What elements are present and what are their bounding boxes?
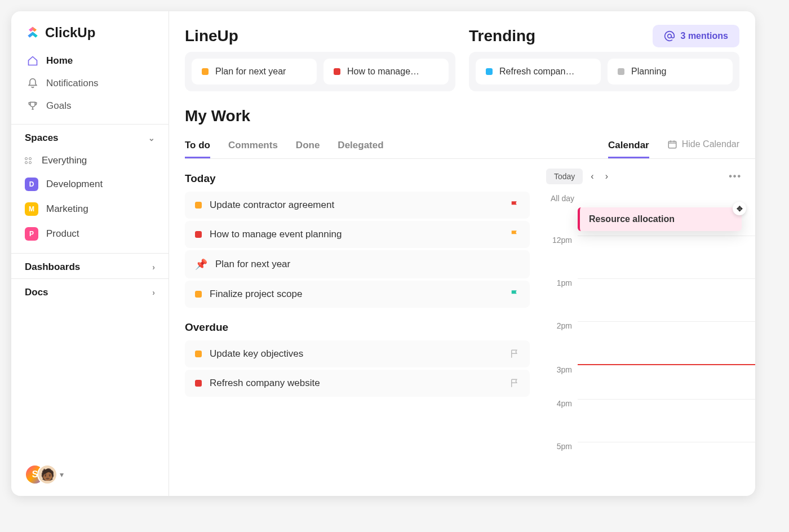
- card-label: Refresh compan…: [499, 66, 574, 77]
- dashboards-header[interactable]: Dashboards ›: [11, 253, 169, 278]
- tab-delegated[interactable]: Delegated: [338, 134, 383, 158]
- trending-heading: Trending: [469, 27, 644, 45]
- mentions-label: 3 mentions: [681, 31, 728, 41]
- user-menu[interactable]: S 🧑🏾 ▾: [11, 453, 169, 496]
- status-dot: [195, 202, 202, 209]
- task-row[interactable]: Refresh company website: [185, 370, 530, 397]
- task-row[interactable]: 📌 Plan for next year: [185, 250, 530, 278]
- home-icon: [27, 55, 38, 66]
- work-area: Today Update contractor agreement How to…: [185, 159, 755, 496]
- tab-todo[interactable]: To do: [185, 134, 210, 158]
- caret-down-icon: ▾: [60, 470, 64, 479]
- nav-notifications[interactable]: Notifications: [20, 72, 159, 95]
- lineup-card[interactable]: How to manage…: [323, 59, 449, 85]
- calendar-icon: [667, 139, 677, 149]
- chevron-down-icon: ⌄: [148, 134, 155, 143]
- time-row[interactable]: 2pm: [546, 321, 755, 364]
- calendar-column: Today ‹ › ••• All day Resource allocatio…: [541, 159, 755, 496]
- time-slot[interactable]: [578, 321, 755, 364]
- trending-card[interactable]: Refresh compan…: [476, 59, 601, 85]
- space-everything[interactable]: Everything: [11, 149, 169, 172]
- space-badge: D: [25, 178, 38, 191]
- space-marketing[interactable]: M Marketing: [11, 197, 169, 221]
- task-row[interactable]: How to manage event planning: [185, 221, 530, 248]
- calendar-menu-button[interactable]: •••: [729, 171, 742, 181]
- flag-icon[interactable]: [509, 289, 520, 299]
- time-label: 4pm: [546, 399, 578, 408]
- nav-home[interactable]: Home: [20, 50, 159, 72]
- space-badge: M: [25, 202, 38, 216]
- calendar-event[interactable]: Resource allocation ✥: [578, 207, 742, 231]
- hide-calendar-button[interactable]: Hide Calendar: [667, 139, 739, 154]
- spaces-header[interactable]: Spaces ⌄: [11, 124, 169, 149]
- nav-notifications-label: Notifications: [46, 78, 99, 89]
- flag-icon[interactable]: [509, 378, 520, 388]
- clickup-logo-icon: [25, 25, 41, 41]
- svg-rect-1: [668, 141, 676, 148]
- docs-header[interactable]: Docs ›: [11, 278, 169, 304]
- pin-icon: 📌: [195, 258, 207, 271]
- time-slot[interactable]: [578, 442, 755, 485]
- time-slot[interactable]: [578, 278, 755, 321]
- prev-button[interactable]: ‹: [587, 168, 597, 185]
- spaces-header-label: Spaces: [25, 132, 59, 144]
- top-widgets: LineUp Plan for next year How to manage……: [185, 27, 755, 91]
- today-button[interactable]: Today: [546, 169, 583, 184]
- lineup-cards: Plan for next year How to manage…: [185, 52, 455, 91]
- task-label: Update contractor agreement: [210, 200, 334, 211]
- mywork-heading: My Work: [185, 107, 755, 125]
- space-label: Product: [46, 228, 79, 240]
- svg-point-0: [667, 34, 671, 38]
- time-slot[interactable]: [578, 365, 755, 399]
- today-tasks: Update contractor agreement How to manag…: [185, 192, 530, 308]
- time-slot[interactable]: [578, 236, 755, 278]
- time-row[interactable]: 5pm: [546, 442, 755, 485]
- status-dot: [195, 291, 202, 298]
- lineup-widget: LineUp Plan for next year How to manage…: [185, 27, 455, 91]
- space-development[interactable]: D Development: [11, 172, 169, 197]
- lineup-card[interactable]: Plan for next year: [192, 59, 317, 85]
- task-row[interactable]: Finalize project scope: [185, 281, 530, 308]
- time-label: 1pm: [546, 278, 578, 287]
- tasks-column: Today Update contractor agreement How to…: [185, 159, 541, 496]
- flag-icon[interactable]: [509, 200, 520, 210]
- tab-done[interactable]: Done: [296, 134, 320, 158]
- tab-calendar[interactable]: Calendar: [608, 134, 649, 158]
- time-row[interactable]: 1pm: [546, 278, 755, 321]
- nav-goals[interactable]: Goals: [20, 95, 159, 117]
- time-row[interactable]: 3pm: [546, 365, 755, 399]
- trending-cards: Refresh compan… Planning: [469, 52, 739, 91]
- flag-icon[interactable]: [509, 349, 520, 359]
- brand-name: ClickUp: [45, 25, 95, 41]
- status-dot: [618, 68, 624, 75]
- lineup-heading: LineUp: [185, 27, 455, 45]
- space-badge: P: [25, 227, 38, 241]
- trending-card[interactable]: Planning: [608, 59, 733, 85]
- move-icon[interactable]: ✥: [733, 202, 746, 215]
- grid-icon: [25, 157, 34, 164]
- app-window: ClickUp Home Notifications Goals: [11, 11, 755, 496]
- task-row[interactable]: Update key objectives: [185, 340, 530, 367]
- overdue-tasks: Update key objectives Refresh company we…: [185, 340, 530, 397]
- time-slot[interactable]: [578, 399, 755, 442]
- card-label: Planning: [631, 66, 666, 77]
- next-button[interactable]: ›: [602, 168, 611, 185]
- time-row[interactable]: 12pm: [546, 236, 755, 278]
- task-row[interactable]: Update contractor agreement: [185, 192, 530, 219]
- status-dot: [195, 351, 202, 357]
- status-dot: [195, 380, 202, 387]
- calendar-header: Today ‹ › •••: [542, 159, 755, 189]
- time-row[interactable]: 4pm: [546, 399, 755, 442]
- event-title: Resource allocation: [589, 214, 675, 224]
- allday-label: All day: [546, 189, 755, 207]
- flag-icon[interactable]: [509, 229, 520, 240]
- mentions-button[interactable]: 3 mentions: [653, 25, 739, 47]
- main-content: LineUp Plan for next year How to manage……: [169, 11, 755, 496]
- trending-widget: Trending 3 mentions Refresh compan… Plan…: [469, 27, 739, 91]
- tab-comments[interactable]: Comments: [228, 134, 278, 158]
- task-label: Refresh company website: [210, 378, 320, 389]
- status-dot: [195, 231, 202, 238]
- logo[interactable]: ClickUp: [11, 11, 169, 50]
- space-product[interactable]: P Product: [11, 221, 169, 246]
- time-label: 3pm: [546, 365, 578, 374]
